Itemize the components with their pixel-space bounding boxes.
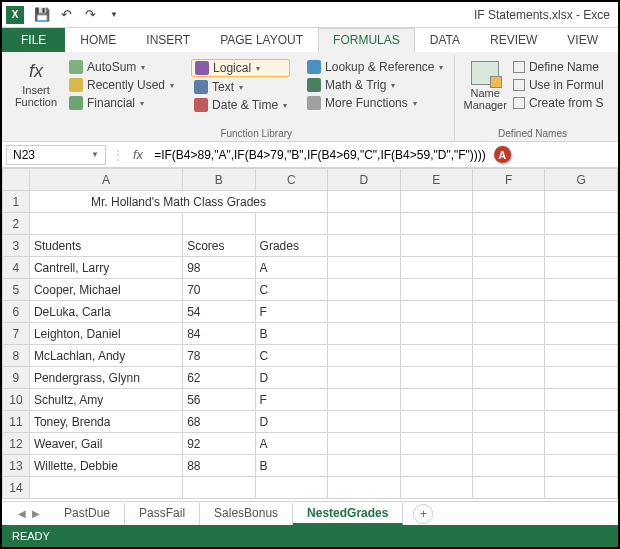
cell-D3[interactable] xyxy=(328,235,400,257)
tab-view[interactable]: VIEW xyxy=(552,28,613,52)
cell-C2[interactable] xyxy=(255,213,327,235)
row-header-2[interactable]: 2 xyxy=(3,213,30,235)
worksheet-grid[interactable]: A B C D E F G 1Mr. Holland's Math Class … xyxy=(2,168,618,499)
cell-E8[interactable] xyxy=(400,345,472,367)
cell-F6[interactable] xyxy=(473,301,545,323)
sheet-tab-pastdue[interactable]: PastDue xyxy=(50,503,125,525)
row-header-5[interactable]: 5 xyxy=(3,279,30,301)
cell-G11[interactable] xyxy=(545,411,618,433)
col-header-E[interactable]: E xyxy=(400,169,472,191)
cell-A11[interactable]: Toney, Brenda xyxy=(29,411,182,433)
cell-G12[interactable] xyxy=(545,433,618,455)
cell-D10[interactable] xyxy=(328,389,400,411)
cell-F2[interactable] xyxy=(473,213,545,235)
cell-E2[interactable] xyxy=(400,213,472,235)
date-time-button[interactable]: Date & Time▾ xyxy=(191,97,290,113)
cell-D9[interactable] xyxy=(328,367,400,389)
use-in-formula-button[interactable]: Use in Formul xyxy=(511,77,606,93)
cell-D2[interactable] xyxy=(328,213,400,235)
cell-A12[interactable]: Weaver, Gail xyxy=(29,433,182,455)
cell-A6[interactable]: DeLuka, Carla xyxy=(29,301,182,323)
cell-D14[interactable] xyxy=(328,477,400,499)
save-icon[interactable]: 💾 xyxy=(33,6,51,24)
cell-D13[interactable] xyxy=(328,455,400,477)
sheet-nav[interactable]: ◀▶ xyxy=(8,508,50,519)
cell-B7[interactable]: 84 xyxy=(183,323,255,345)
col-header-D[interactable]: D xyxy=(328,169,400,191)
row-header-14[interactable]: 14 xyxy=(3,477,30,499)
cell-F4[interactable] xyxy=(473,257,545,279)
cell-G9[interactable] xyxy=(545,367,618,389)
cell-A3[interactable]: Students xyxy=(29,235,182,257)
autosum-button[interactable]: AutoSum▾ xyxy=(66,59,177,75)
undo-icon[interactable]: ↶ xyxy=(57,6,75,24)
cell-B3[interactable]: Scores xyxy=(183,235,255,257)
text-button[interactable]: Text▾ xyxy=(191,79,290,95)
cell-E6[interactable] xyxy=(400,301,472,323)
row-header-12[interactable]: 12 xyxy=(3,433,30,455)
cell-G6[interactable] xyxy=(545,301,618,323)
cell-E13[interactable] xyxy=(400,455,472,477)
cell-F8[interactable] xyxy=(473,345,545,367)
cell-F12[interactable] xyxy=(473,433,545,455)
cell-F10[interactable] xyxy=(473,389,545,411)
cell-E4[interactable] xyxy=(400,257,472,279)
recently-used-button[interactable]: Recently Used▾ xyxy=(66,77,177,93)
cell-F3[interactable] xyxy=(473,235,545,257)
cell-B9[interactable]: 62 xyxy=(183,367,255,389)
more-functions-button[interactable]: More Functions▾ xyxy=(304,95,446,111)
cell-D11[interactable] xyxy=(328,411,400,433)
cell-E10[interactable] xyxy=(400,389,472,411)
row-header-1[interactable]: 1 xyxy=(3,191,30,213)
cell-D4[interactable] xyxy=(328,257,400,279)
cell-C7[interactable]: B xyxy=(255,323,327,345)
cell-A5[interactable]: Cooper, Michael xyxy=(29,279,182,301)
add-sheet-button[interactable]: + xyxy=(413,504,433,524)
cell-F7[interactable] xyxy=(473,323,545,345)
col-header-G[interactable]: G xyxy=(545,169,618,191)
col-header-C[interactable]: C xyxy=(255,169,327,191)
cell-A14[interactable] xyxy=(29,477,182,499)
cell-A7[interactable]: Leighton, Daniel xyxy=(29,323,182,345)
cell-G4[interactable] xyxy=(545,257,618,279)
math-trig-button[interactable]: Math & Trig▾ xyxy=(304,77,446,93)
cell-G1[interactable] xyxy=(545,191,618,213)
name-box[interactable]: N23 ▼ xyxy=(6,145,106,165)
sheet-tab-salesbonus[interactable]: SalesBonus xyxy=(200,503,293,525)
cell-C11[interactable]: D xyxy=(255,411,327,433)
insert-function-button[interactable]: fx InsertFunction xyxy=(12,55,60,108)
row-header-10[interactable]: 10 xyxy=(3,389,30,411)
select-all-cell[interactable] xyxy=(3,169,30,191)
cell-G3[interactable] xyxy=(545,235,618,257)
cell-D5[interactable] xyxy=(328,279,400,301)
col-header-B[interactable]: B xyxy=(183,169,255,191)
cell-F5[interactable] xyxy=(473,279,545,301)
tab-review[interactable]: REVIEW xyxy=(475,28,552,52)
row-header-9[interactable]: 9 xyxy=(3,367,30,389)
redo-icon[interactable]: ↷ xyxy=(81,6,99,24)
cell-C4[interactable]: A xyxy=(255,257,327,279)
tab-insert[interactable]: INSERT xyxy=(131,28,205,52)
cell-B13[interactable]: 88 xyxy=(183,455,255,477)
formula-input[interactable]: =IF(B4>89,"A",IF(B4>79,"B",IF(B4>69,"C",… xyxy=(150,145,614,165)
logical-button[interactable]: Logical▾ xyxy=(191,59,290,77)
sheet-tab-nestedgrades[interactable]: NestedGrades xyxy=(293,503,403,525)
cell-F9[interactable] xyxy=(473,367,545,389)
tab-home[interactable]: HOME xyxy=(65,28,131,52)
cell-C10[interactable]: F xyxy=(255,389,327,411)
cell-F14[interactable] xyxy=(473,477,545,499)
tab-formulas[interactable]: FORMULAS xyxy=(318,28,415,52)
cell-G10[interactable] xyxy=(545,389,618,411)
qat-customize-icon[interactable]: ▼ xyxy=(105,6,123,24)
cell-D8[interactable] xyxy=(328,345,400,367)
name-manager-button[interactable]: NameManager xyxy=(459,55,510,111)
cell-E12[interactable] xyxy=(400,433,472,455)
cell-B5[interactable]: 70 xyxy=(183,279,255,301)
cell-B2[interactable] xyxy=(183,213,255,235)
cell-A2[interactable] xyxy=(29,213,182,235)
row-header-4[interactable]: 4 xyxy=(3,257,30,279)
cell-E7[interactable] xyxy=(400,323,472,345)
cell-E14[interactable] xyxy=(400,477,472,499)
define-name-button[interactable]: Define Name xyxy=(511,59,606,75)
cell-E3[interactable] xyxy=(400,235,472,257)
